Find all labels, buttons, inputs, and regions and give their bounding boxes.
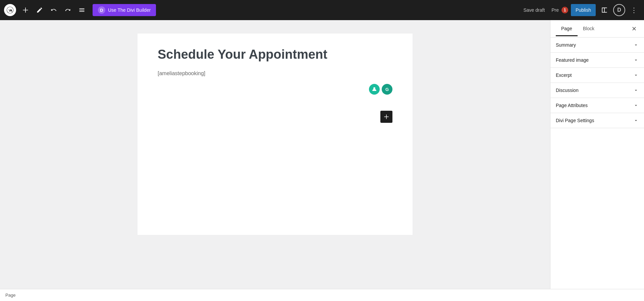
chevron-down-icon-2 <box>633 57 639 63</box>
chevron-down-icon-4 <box>633 88 639 93</box>
undo-button[interactable] <box>48 4 60 16</box>
add-block-content-button[interactable] <box>380 111 392 123</box>
panel-summary: Summary <box>550 38 644 53</box>
edit-tool-button[interactable] <box>34 4 46 16</box>
panel-divi-settings-label: Divi Page Settings <box>556 118 594 123</box>
panel-discussion-label: Discussion <box>556 88 579 93</box>
divi-options-button[interactable]: D <box>613 4 625 16</box>
tab-block[interactable]: Block <box>578 21 600 36</box>
preview-button[interactable]: Pre <box>550 7 560 13</box>
panel-divi-settings-header[interactable]: Divi Page Settings <box>550 113 644 128</box>
publish-button[interactable]: Publish <box>571 4 596 16</box>
right-sidebar: Page Block ✕ Summary Featured image <box>550 20 644 289</box>
plugin-icons: G <box>369 84 392 95</box>
panel-summary-header[interactable]: Summary <box>550 38 644 52</box>
post-content-block: [ameliastepbooking] <box>158 70 392 77</box>
redo-button[interactable] <box>62 4 74 16</box>
add-block-toolbar-button[interactable] <box>19 4 32 16</box>
editor-area: Schedule Your Appointment [ameliastepboo… <box>0 20 550 289</box>
sidebar-header: Page Block ✕ <box>550 20 644 38</box>
toolbar-right: Save draft Pre 1 Publish D ⋮ <box>521 4 640 16</box>
main-layout: Schedule Your Appointment [ameliastepboo… <box>0 20 644 289</box>
sidebar-close-button[interactable]: ✕ <box>629 24 639 34</box>
plugin-icon-grammarly[interactable]: G <box>382 84 392 95</box>
panel-page-attributes-label: Page Attributes <box>556 103 588 108</box>
panel-featured-image-label: Featured image <box>556 57 589 63</box>
status-bar: Page <box>0 289 644 301</box>
chevron-down-icon-5 <box>633 103 639 108</box>
wp-logo[interactable] <box>4 4 16 16</box>
panel-excerpt-label: Excerpt <box>556 72 572 78</box>
toolbar-left: D Use The Divi Builder <box>4 4 156 16</box>
panel-excerpt-header[interactable]: Excerpt <box>550 68 644 83</box>
plugin-icon-amelia[interactable] <box>369 84 380 95</box>
editor-canvas: Schedule Your Appointment [ameliastepboo… <box>138 34 413 235</box>
panel-featured-image-header[interactable]: Featured image <box>550 53 644 67</box>
panel-discussion-header[interactable]: Discussion <box>550 83 644 98</box>
panel-discussion: Discussion <box>550 83 644 98</box>
chevron-down-icon-3 <box>633 72 639 78</box>
divi-builder-label: Use The Divi Builder <box>108 7 151 13</box>
panel-featured-image: Featured image <box>550 53 644 68</box>
status-label: Page <box>5 293 15 298</box>
list-view-button[interactable] <box>76 4 88 16</box>
panel-divi-settings: Divi Page Settings <box>550 113 644 128</box>
panel-summary-label: Summary <box>556 42 576 48</box>
tab-page[interactable]: Page <box>556 21 578 36</box>
preview-label: Pre <box>551 7 559 13</box>
chevron-down-icon <box>633 42 639 48</box>
divi-d-icon: D <box>98 6 105 14</box>
panel-excerpt: Excerpt <box>550 68 644 83</box>
panel-page-attributes-header[interactable]: Page Attributes <box>550 98 644 113</box>
more-options-button[interactable]: ⋮ <box>628 4 640 16</box>
preview-container: Pre 1 <box>550 7 568 13</box>
toolbar: D Use The Divi Builder Save draft Pre 1 … <box>0 0 644 20</box>
toggle-sidebar-button[interactable] <box>598 4 610 16</box>
save-draft-button[interactable]: Save draft <box>521 7 547 13</box>
divi-builder-button[interactable]: D Use The Divi Builder <box>93 4 156 16</box>
sidebar-panel: Summary Featured image Excerpt <box>550 38 644 289</box>
post-title[interactable]: Schedule Your Appointment <box>158 47 392 62</box>
panel-page-attributes: Page Attributes <box>550 98 644 113</box>
sidebar-tabs: Page Block <box>556 21 629 36</box>
chevron-down-icon-6 <box>633 118 639 123</box>
preview-badge: 1 <box>561 7 568 13</box>
shortcode-content[interactable]: [ameliastepbooking] <box>158 70 205 76</box>
